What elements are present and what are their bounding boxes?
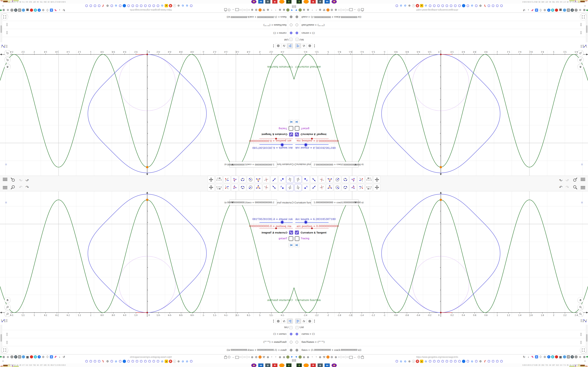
rnd-icon[interactable]: U xyxy=(571,355,574,359)
tool-circle-button[interactable] xyxy=(334,184,341,191)
glyph-icon[interactable]: ⚙ xyxy=(330,355,334,359)
tool-move-view-button[interactable] xyxy=(208,176,215,183)
ggb-favicon-icon[interactable]: ⬠ xyxy=(97,360,101,363)
disc-icon[interactable] xyxy=(259,8,262,12)
app-owl-app-icon[interactable]: ◉ xyxy=(251,0,257,4)
ya-favicon-icon[interactable]: Я xyxy=(169,4,172,7)
glyph-icon[interactable]: ↻ xyxy=(522,8,526,12)
ggb-favicon-icon[interactable]: ⬠ xyxy=(487,4,491,7)
app-firefox-icon[interactable] xyxy=(303,363,309,367)
algebra-row-curves[interactable]: curves = {} xyxy=(302,32,315,34)
glyph-icon[interactable]: ▼ xyxy=(290,8,294,12)
algebra-row-funcs[interactable]: funcs = {1.000000000000 + cos(4.00000000… xyxy=(226,349,286,351)
rnd-icon[interactable]: ∨ xyxy=(551,8,554,12)
glyph-icon[interactable]: ✎ xyxy=(531,8,534,12)
glyph-icon[interactable]: ⬣ xyxy=(583,355,586,359)
graphics-stylebar-toggle-icon[interactable]: ≡ xyxy=(5,201,7,204)
img-favicon-icon[interactable]: ▲ xyxy=(165,360,168,363)
dot-sm-icon[interactable] xyxy=(239,9,241,11)
tool-circle-button[interactable] xyxy=(247,184,254,191)
fx-button[interactable]: fx xyxy=(281,319,287,324)
curves-visibility-toggle[interactable] xyxy=(290,32,293,34)
glyph-icon[interactable]: ✎ xyxy=(54,8,57,12)
ggb-favicon-icon[interactable]: ⬠ xyxy=(144,4,147,7)
app-firefox-icon[interactable] xyxy=(303,0,309,4)
tool-point-button[interactable]: A xyxy=(278,184,285,191)
ggb-favicon-icon[interactable]: ⬠ xyxy=(131,360,134,363)
rnd-icon[interactable] xyxy=(30,8,33,12)
tool-polygon-button[interactable] xyxy=(255,184,262,191)
G-favicon-icon[interactable]: G xyxy=(185,360,189,363)
curvature-tangent-checkbox[interactable] xyxy=(289,231,293,234)
dot-sm-icon[interactable] xyxy=(347,356,349,358)
glyph-icon[interactable]: ⬣ xyxy=(583,8,586,12)
glyph-icon[interactable]: ↓ xyxy=(58,355,61,359)
scrollbar-thumb[interactable] xyxy=(1,334,2,342)
curvature-function-input[interactable]: 1.000000000000 + cos(4.000000000000 x) xyxy=(311,162,359,167)
rnd-icon[interactable] xyxy=(10,355,13,359)
stylebar-kebab-icon[interactable] xyxy=(273,319,274,323)
info-favicon-icon[interactable]: i xyxy=(412,360,415,363)
play-pause-button[interactable] xyxy=(288,243,294,247)
funcs-visibility-toggle[interactable] xyxy=(290,16,293,18)
algebra-graph-toggle-icon[interactable] xyxy=(580,319,587,324)
app-terminal-icon[interactable]: ▮ xyxy=(296,0,302,4)
shield-icon[interactable]: ⬠ xyxy=(357,8,361,12)
fx-button[interactable]: fx xyxy=(281,43,287,48)
ggb-favicon-icon[interactable]: ⬠ xyxy=(466,4,469,7)
dot-sm-icon[interactable] xyxy=(343,9,344,11)
glyph-icon[interactable]: ⊕ xyxy=(334,355,337,359)
play-pause-button[interactable] xyxy=(288,120,294,124)
G-favicon-icon[interactable]: G xyxy=(404,4,407,7)
tool-line-button[interactable] xyxy=(310,176,318,183)
algebra-row-curves[interactable]: curves = {} xyxy=(273,333,286,335)
page-url[interactable]: https://www.geogebra.org/classic/aagcxh3… xyxy=(416,356,458,358)
curvature-tangent-checkbox[interactable] xyxy=(295,133,299,136)
arc-length-slider-handle[interactable] xyxy=(304,143,307,146)
glyph-icon[interactable]: ◔ xyxy=(310,8,314,12)
glyph-icon[interactable]: ⬯ xyxy=(46,355,49,359)
ggb-favicon-icon[interactable]: ⬠ xyxy=(127,4,130,7)
curvature-tangent-checkbox[interactable] xyxy=(289,133,293,136)
ya-favicon-icon[interactable]: Я xyxy=(169,360,172,363)
disc-icon[interactable] xyxy=(299,355,302,359)
info-favicon-icon[interactable]: i xyxy=(173,4,176,7)
tool-angle-button[interactable]: α xyxy=(231,176,238,183)
glyph-icon[interactable]: ⚒ xyxy=(262,8,266,12)
ggb-favicon-icon[interactable]: ⬠ xyxy=(491,4,495,7)
G-favicon-icon[interactable]: G xyxy=(114,360,118,363)
curvature-function-input[interactable]: 1.000000000000 + cos(4.000000000000 x) xyxy=(311,200,359,205)
ggb-favicon-icon[interactable]: ⬠ xyxy=(156,360,160,363)
G-favicon-icon[interactable]: G xyxy=(181,360,184,363)
curves-visibility-toggle[interactable] xyxy=(295,333,298,335)
dot-sm-icon[interactable] xyxy=(343,356,344,358)
glyph-icon[interactable]: ↓ xyxy=(58,8,61,12)
app-system-monitor-icon[interactable]: ▣ xyxy=(318,0,323,4)
home-button[interactable] xyxy=(5,64,10,70)
rnd-icon[interactable]: ◗ xyxy=(22,355,25,359)
glyph-icon[interactable]: ↓ xyxy=(527,355,530,359)
app-settings-red-icon[interactable]: ⚙ xyxy=(311,0,316,4)
play-pause-button[interactable] xyxy=(294,120,300,124)
fx-button[interactable]: fx xyxy=(301,43,307,48)
ggb-favicon-icon[interactable]: ⬠ xyxy=(437,360,440,363)
f-favicon-icon[interactable]: f xyxy=(102,4,105,7)
arc-position-slider-handle[interactable] xyxy=(275,138,277,140)
tool-perpendicular-line-button[interactable] xyxy=(318,184,325,191)
graphics-stylebar-toggle-icon[interactable]: ≡ xyxy=(581,201,583,204)
app-terminal-icon[interactable]: ▮ xyxy=(286,0,292,4)
app-geogebra-64-icon[interactable]: 64 xyxy=(324,363,330,367)
algebra-graph-toggle-icon[interactable] xyxy=(580,43,587,48)
zoom-in-button[interactable] xyxy=(5,57,10,63)
tool-ellipse-button[interactable] xyxy=(239,184,246,191)
dropdown-caret-icon[interactable] xyxy=(354,202,357,203)
tracing-checkbox[interactable] xyxy=(289,236,293,241)
glyph-icon[interactable]: ⊕ xyxy=(266,8,270,12)
redo-icon[interactable]: ↷ xyxy=(566,177,569,183)
G-favicon-icon[interactable]: G xyxy=(470,360,474,363)
tool-move-button[interactable] xyxy=(286,184,294,191)
tool-angle-button[interactable]: α xyxy=(350,176,357,183)
app-terminal-icon[interactable]: ▮ xyxy=(296,363,302,367)
tool-polygon-button[interactable] xyxy=(326,184,333,191)
ggb-favicon-icon[interactable]: ⬠ xyxy=(428,4,432,7)
